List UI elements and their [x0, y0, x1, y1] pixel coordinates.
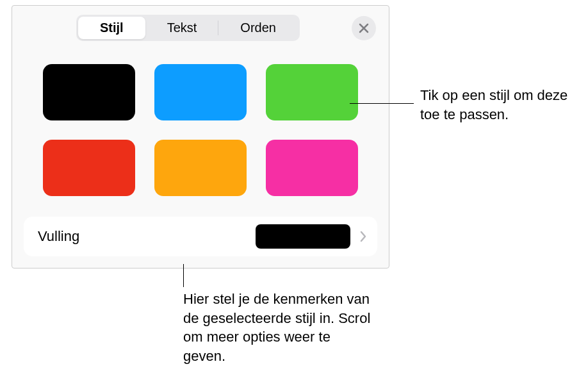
close-button[interactable]: [352, 16, 376, 40]
segmented-control: Stijl Tekst Orden: [76, 15, 300, 41]
format-panel: Stijl Tekst Orden Vulling: [12, 5, 389, 268]
style-swatch-grid: [12, 47, 389, 213]
callout-set-attributes: Hier stel je de kenmerken van de geselec…: [183, 290, 375, 366]
callout-apply-style: Tik op een stijl om deze toe te passen.: [420, 86, 580, 124]
close-icon: [359, 23, 369, 33]
style-swatch-red[interactable]: [43, 140, 135, 196]
tab-orden[interactable]: Orden: [218, 17, 298, 39]
callout-line: [183, 264, 184, 287]
style-swatch-black[interactable]: [43, 64, 135, 120]
style-swatch-orange[interactable]: [154, 140, 247, 196]
style-swatch-green[interactable]: [266, 64, 358, 120]
callout-line: [350, 103, 414, 104]
style-swatch-blue[interactable]: [154, 64, 247, 120]
fill-preview: [256, 224, 350, 249]
tab-bar: Stijl Tekst Orden: [12, 6, 389, 47]
fill-row[interactable]: Vulling: [24, 217, 377, 256]
chevron-right-icon: [359, 230, 367, 243]
style-swatch-pink[interactable]: [266, 140, 358, 196]
tab-stijl[interactable]: Stijl: [78, 17, 145, 39]
tab-tekst[interactable]: Tekst: [145, 17, 219, 39]
fill-label: Vulling: [38, 228, 256, 245]
